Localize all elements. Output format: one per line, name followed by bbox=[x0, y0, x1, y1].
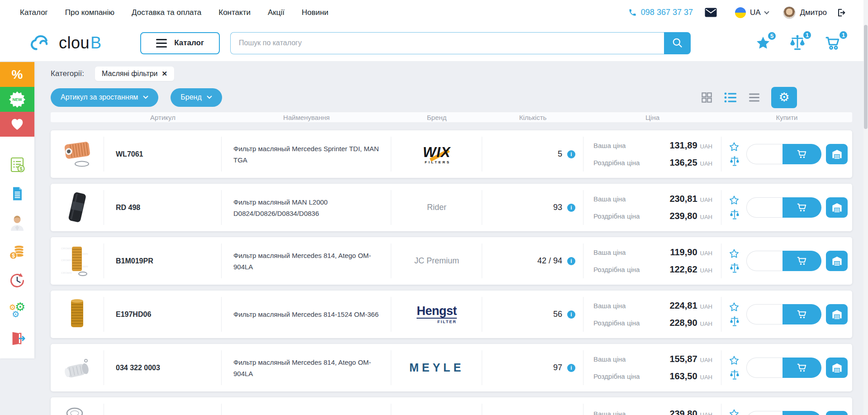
nav-item-catalog[interactable]: Каталог bbox=[20, 8, 48, 17]
settings-button[interactable]: ⚙ bbox=[771, 87, 797, 108]
article-text[interactable]: WL7061 bbox=[116, 150, 143, 158]
logout-button[interactable] bbox=[836, 8, 846, 18]
sidebar-item-balance[interactable]: $ bbox=[0, 237, 34, 266]
warehouse-button[interactable] bbox=[826, 251, 848, 271]
row-actions bbox=[729, 142, 740, 167]
product-image[interactable] bbox=[51, 397, 104, 415]
quantity-cart-group bbox=[746, 251, 821, 271]
view-list-button[interactable] bbox=[723, 91, 737, 104]
add-to-cart-button[interactable] bbox=[783, 358, 821, 378]
cart-button[interactable]: 1 bbox=[824, 34, 843, 52]
stock-info-icon[interactable] bbox=[567, 150, 575, 158]
sidebar-item-settings[interactable]: ⚙⚙⚙ bbox=[0, 295, 34, 324]
article-text[interactable]: B1M019PR bbox=[116, 257, 153, 265]
warehouse-icon bbox=[831, 362, 843, 374]
your-price-value: 239,80UAH bbox=[669, 409, 712, 415]
compare-toggle[interactable] bbox=[729, 316, 740, 327]
add-to-cart-button[interactable] bbox=[783, 144, 821, 164]
compare-button[interactable]: 1 bbox=[788, 34, 806, 52]
chip-close-icon[interactable]: ✕ bbox=[162, 70, 168, 78]
favorite-toggle[interactable] bbox=[729, 142, 740, 152]
star-icon bbox=[729, 142, 740, 152]
stock-info-icon[interactable] bbox=[567, 310, 575, 319]
catalog-button[interactable]: Каталог bbox=[140, 32, 220, 54]
quantity-input[interactable] bbox=[746, 251, 783, 271]
quantity-input[interactable] bbox=[746, 197, 783, 218]
quantity-input[interactable] bbox=[746, 304, 783, 324]
warehouse-button[interactable] bbox=[826, 144, 848, 164]
language-selector[interactable]: UA bbox=[735, 7, 768, 18]
nav-item-promotions[interactable]: Акції bbox=[268, 8, 285, 17]
product-image[interactable] bbox=[51, 291, 104, 338]
compare-toggle[interactable] bbox=[729, 369, 740, 381]
phone-link[interactable]: 098 367 37 37 bbox=[628, 8, 693, 17]
quantity-input[interactable] bbox=[746, 358, 783, 378]
scrollbar-thumb[interactable] bbox=[864, 25, 868, 129]
nav-item-delivery[interactable]: Доставка та оплата bbox=[132, 8, 201, 17]
article-text[interactable]: RD 498 bbox=[116, 204, 140, 212]
quantity-input[interactable] bbox=[746, 411, 783, 415]
compare-toggle[interactable] bbox=[729, 156, 740, 167]
stock-info-icon[interactable] bbox=[567, 257, 575, 265]
product-image[interactable] bbox=[51, 130, 104, 178]
sidebar-item-promotions[interactable]: % bbox=[0, 62, 34, 87]
quantity-input[interactable] bbox=[746, 144, 783, 164]
article-text[interactable]: 034 322 0003 bbox=[116, 364, 160, 372]
favorite-toggle[interactable] bbox=[729, 248, 740, 259]
col-name: Найменування bbox=[222, 114, 391, 121]
add-to-cart-button[interactable] bbox=[783, 411, 821, 415]
add-to-cart-button[interactable] bbox=[783, 251, 821, 271]
warehouse-button[interactable] bbox=[826, 358, 848, 378]
warehouse-button[interactable] bbox=[826, 197, 848, 218]
warehouse-button[interactable] bbox=[826, 411, 848, 415]
search-button[interactable] bbox=[664, 32, 691, 54]
logo[interactable]: clouB bbox=[30, 33, 101, 52]
product-image[interactable] bbox=[51, 184, 104, 231]
article-text[interactable]: E197HD06 bbox=[116, 310, 151, 319]
product-photo bbox=[59, 350, 95, 386]
coins-icon: $ bbox=[8, 243, 26, 261]
brand-filter-dropdown[interactable]: Бренд bbox=[171, 88, 222, 107]
view-compact-button[interactable] bbox=[748, 92, 761, 103]
product-image[interactable]: CROWNCROWNCROWNCROWNCROWN bbox=[51, 237, 104, 285]
product-photo bbox=[59, 296, 95, 333]
favorite-toggle[interactable] bbox=[729, 302, 740, 312]
product-row: Ваша ціна 239,80UAH Роздрібна ціна UAH bbox=[51, 397, 852, 415]
header-icons: 5 1 1 bbox=[755, 34, 843, 52]
col-article: Артикул bbox=[104, 114, 222, 121]
sidebar-item-favorites[interactable] bbox=[0, 112, 34, 137]
add-to-cart-button[interactable] bbox=[783, 304, 821, 324]
favorite-toggle[interactable] bbox=[729, 409, 740, 415]
stock-info-icon[interactable] bbox=[567, 204, 575, 212]
sidebar-item-price-list[interactable]: $ bbox=[0, 150, 34, 179]
nav-item-contacts[interactable]: Контакти bbox=[218, 8, 251, 17]
col-price: Ціна bbox=[583, 114, 721, 121]
compare-toggle[interactable] bbox=[729, 262, 740, 274]
buy-cell bbox=[721, 184, 852, 231]
sidebar-item-history[interactable] bbox=[0, 266, 34, 295]
add-to-cart-button[interactable] bbox=[783, 197, 821, 218]
sidebar-item-profile[interactable] bbox=[0, 208, 34, 237]
percent-icon: % bbox=[12, 67, 23, 82]
category-chip[interactable]: Масляні фільтри ✕ bbox=[95, 67, 174, 81]
buy-cell bbox=[721, 130, 852, 178]
warehouse-button[interactable] bbox=[826, 304, 848, 324]
nav-item-about[interactable]: Про компанію bbox=[65, 8, 114, 17]
favorite-toggle[interactable] bbox=[729, 195, 740, 205]
user-menu[interactable]: Дмитро bbox=[783, 6, 827, 19]
svg-text:CROWN: CROWN bbox=[61, 247, 72, 250]
stock-info-icon[interactable] bbox=[567, 364, 575, 372]
sidebar-item-exit[interactable] bbox=[0, 324, 34, 353]
compare-toggle[interactable] bbox=[729, 209, 740, 220]
product-image[interactable] bbox=[51, 344, 104, 391]
sidebar-item-new-arrivals[interactable]: NEW bbox=[0, 87, 34, 112]
sort-dropdown[interactable]: Артикул за зростанням bbox=[51, 88, 158, 107]
view-grid-button[interactable] bbox=[701, 91, 713, 104]
sidebar-item-documents[interactable] bbox=[0, 179, 34, 208]
search-input[interactable] bbox=[230, 32, 664, 54]
email-button[interactable] bbox=[705, 8, 717, 17]
favorites-button[interactable]: 5 bbox=[755, 35, 771, 51]
nav-item-news[interactable]: Новини bbox=[302, 8, 328, 17]
search-icon bbox=[672, 37, 683, 49]
favorite-toggle[interactable] bbox=[729, 355, 740, 366]
